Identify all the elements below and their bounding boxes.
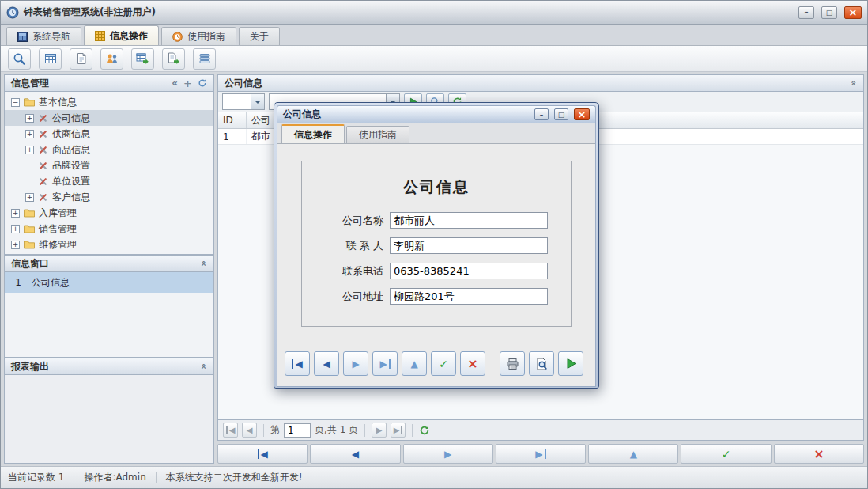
tree-label: 供商信息 (52, 127, 90, 141)
dialog-close-button[interactable] (574, 108, 590, 120)
expand-expander-icon[interactable] (25, 130, 34, 138)
record-first-button[interactable] (285, 351, 310, 376)
search-button[interactable] (8, 48, 31, 70)
nav-next-button[interactable] (403, 444, 493, 464)
dialog-titlebar[interactable]: 公司信息 (277, 105, 596, 123)
collapse-up-icon[interactable]: « (199, 260, 209, 267)
export-table-button[interactable] (131, 48, 154, 70)
tree-item-unit-settings[interactable]: 单位设置 (5, 173, 213, 189)
contact-person-input[interactable] (390, 237, 548, 254)
up-icon (630, 449, 637, 459)
dialog-maximize-button[interactable] (554, 108, 568, 120)
add-icon[interactable]: + (183, 78, 192, 89)
column-header-id[interactable]: ID (218, 112, 247, 128)
collapse-up-icon[interactable]: « (199, 363, 209, 370)
page-next-button[interactable] (372, 423, 387, 438)
tree-item-customer-info[interactable]: 客户信息 (5, 189, 213, 205)
page-first-button[interactable] (223, 423, 238, 438)
tree-item-supplier-info[interactable]: 供商信息 (5, 126, 213, 142)
tab-info-operation[interactable]: 信息操作 (84, 25, 159, 45)
tab-about[interactable]: 关于 (239, 27, 280, 45)
contact-phone-input[interactable] (390, 263, 548, 279)
run-button[interactable] (558, 351, 583, 376)
expander-spacer (25, 177, 34, 186)
system-nav-icon (17, 32, 28, 42)
users-icon (105, 52, 119, 65)
prev-icon (323, 359, 330, 369)
tab-user-guide[interactable]: 使用指南 (161, 27, 236, 45)
tree-item-warehouse-mgmt[interactable]: 入库管理 (5, 205, 213, 221)
tools-icon (38, 192, 48, 203)
collapse-expander-icon[interactable] (11, 98, 20, 107)
close-icon (578, 108, 587, 120)
tab-system-nav[interactable]: 系统导航 (6, 27, 81, 45)
list-view-button[interactable] (193, 48, 216, 70)
report-output-title: 报表输出 (11, 360, 49, 373)
tools-icon (38, 113, 48, 123)
expand-expander-icon[interactable] (11, 241, 20, 249)
expand-expander-icon[interactable] (25, 146, 34, 154)
tree-item-sales-mgmt[interactable]: 销售管理 (5, 221, 213, 237)
refresh-icon[interactable] (198, 78, 207, 88)
next-icon (352, 359, 359, 369)
info-tree: 基本信息 公司信息 供商信息 商品信息 (4, 92, 214, 255)
tools-icon (38, 161, 48, 171)
check-icon (439, 358, 448, 370)
minimize-button[interactable] (798, 6, 814, 19)
nav-first-button[interactable] (217, 444, 308, 464)
tree-item-basic-info[interactable]: 基本信息 (5, 94, 213, 110)
dialog-minimize-button[interactable] (534, 108, 549, 120)
expand-expander-icon[interactable] (11, 225, 20, 233)
combo-dropdown-icon[interactable] (251, 94, 264, 109)
new-document-button[interactable] (70, 48, 92, 70)
nav-last-button[interactable] (496, 444, 586, 464)
nav-top-button[interactable] (588, 444, 678, 464)
table-view-icon (44, 52, 57, 65)
tree-item-company-info[interactable]: 公司信息 (5, 110, 213, 126)
nav-confirm-button[interactable] (681, 444, 771, 464)
collapse-up-icon[interactable]: « (849, 80, 859, 86)
maximize-icon (558, 111, 565, 119)
expand-expander-icon[interactable] (25, 114, 34, 123)
info-mgmt-header: 信息管理 « + (4, 74, 214, 92)
record-cancel-button[interactable] (460, 351, 485, 376)
tree-item-brand-settings[interactable]: 品牌设置 (5, 157, 213, 173)
page-number-input[interactable] (284, 423, 311, 438)
maximize-button[interactable] (821, 6, 837, 19)
dialog-body: 信息操作 使用指南 公司信息 公司名称 联 系 人 联系电话 公司 (277, 123, 596, 387)
company-name-input[interactable] (390, 212, 548, 229)
collapse-left-icon[interactable]: « (172, 78, 178, 88)
page-prev-button[interactable] (242, 423, 257, 438)
field-label: 公司地址 (325, 290, 383, 304)
table-view-button[interactable] (39, 48, 62, 70)
record-confirm-button[interactable] (431, 351, 456, 376)
record-last-button[interactable] (372, 351, 398, 376)
field-select-combo[interactable] (222, 93, 265, 110)
nav-cancel-button[interactable] (774, 444, 864, 464)
export-report-icon (167, 52, 180, 65)
record-prev-button[interactable] (314, 351, 339, 376)
list-item-company-info[interactable]: 1 公司信息 (5, 272, 213, 293)
preview-button[interactable] (529, 351, 554, 376)
users-button[interactable] (100, 48, 123, 70)
record-nav-bar (217, 444, 864, 464)
dialog-tab-info-operation[interactable]: 信息操作 (281, 124, 345, 143)
list-view-icon (198, 52, 211, 65)
dialog-tab-user-guide[interactable]: 使用指南 (346, 126, 409, 143)
export-report-button[interactable] (162, 48, 185, 70)
maximize-icon (826, 8, 833, 17)
page-last-button[interactable] (391, 423, 406, 438)
page-refresh-button[interactable] (419, 425, 430, 436)
tree-item-product-info[interactable]: 商品信息 (5, 142, 213, 157)
print-button[interactable] (500, 351, 525, 376)
expand-expander-icon[interactable] (11, 209, 20, 218)
expand-expander-icon[interactable] (25, 193, 34, 202)
close-button[interactable] (844, 6, 862, 19)
record-next-button[interactable] (343, 351, 368, 376)
company-info-dialog: 公司信息 信息操作 使用指南 公司信息 公司名称 联 系 人 (274, 102, 599, 389)
nav-prev-button[interactable] (310, 444, 400, 464)
record-top-button[interactable] (402, 351, 427, 376)
tree-item-repair-mgmt[interactable]: 维修管理 (5, 237, 213, 252)
user-guide-icon (172, 32, 183, 42)
company-address-input[interactable] (390, 288, 548, 305)
